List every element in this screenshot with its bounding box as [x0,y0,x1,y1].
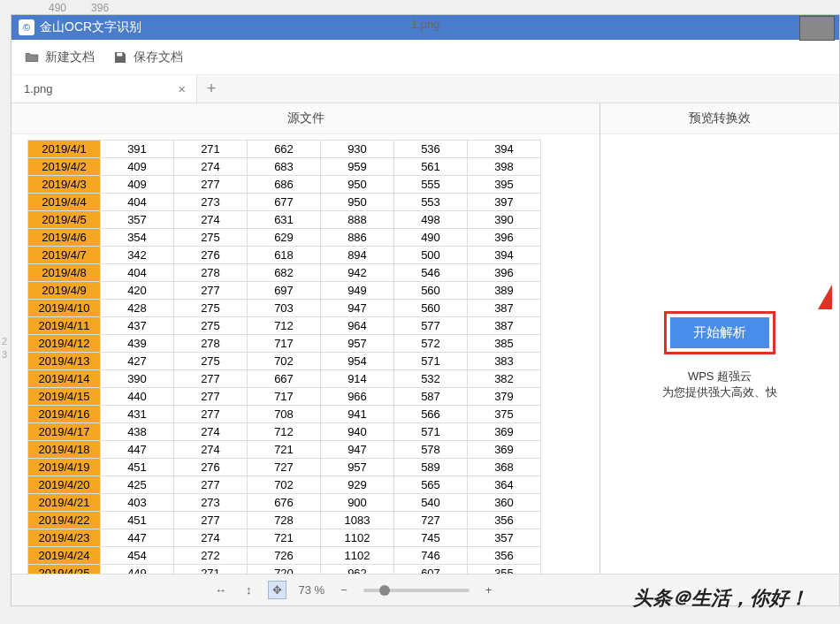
value-cell: 929 [321,476,394,494]
value-cell: 900 [321,494,394,512]
value-cell: 940 [321,423,394,441]
zoom-out-button[interactable]: − [337,582,351,598]
table-row: 2019/4/234472747211102745357 [28,529,541,547]
value-cell: 274 [174,441,248,459]
table-row: 2019/4/14390277667914532382 [28,370,541,388]
table-row: 2019/4/18447274721947578369 [28,441,541,459]
source-body[interactable]: 2019/4/13912716629305363942019/4/2409274… [11,134,599,574]
wps-promo-line1: WPS 超强云 [688,369,752,384]
table-row: 2019/4/8404278682942546396 [28,264,541,282]
date-cell: 2019/4/22 [28,512,101,529]
table-row: 2019/4/4404273677950553397 [28,194,541,211]
value-cell: 702 [248,476,321,494]
value-cell: 1102 [321,529,394,547]
user-avatar[interactable] [799,16,835,41]
value-cell: 369 [468,441,541,459]
table-row: 2019/4/12439278717957572385 [28,335,541,353]
save-doc-label: 保存文档 [134,49,183,65]
value-cell: 451 [101,459,174,476]
value-cell: 404 [101,264,174,282]
close-tab-icon[interactable]: × [178,81,186,96]
zoom-in-button[interactable]: + [482,582,496,598]
value-cell: 277 [174,176,248,194]
tab-1png[interactable]: 1.png × [11,75,197,103]
value-cell: 396 [468,264,541,282]
value-cell: 966 [321,388,394,406]
start-parse-button[interactable]: 开始解析 [670,317,769,348]
date-cell: 2019/4/25 [28,565,101,575]
value-cell: 662 [248,141,321,158]
date-cell: 2019/4/2 [28,158,101,176]
value-cell: 342 [101,247,174,264]
value-cell: 278 [174,335,248,353]
date-cell: 2019/4/18 [28,441,101,459]
table-row: 2019/4/9420277697949560389 [28,282,541,300]
value-cell: 553 [394,194,468,211]
table-row: 2019/4/10428275703947560387 [28,300,541,317]
value-cell: 428 [101,300,174,317]
table-row: 2019/4/3409277686950555395 [28,176,541,194]
value-cell: 702 [248,353,321,370]
preview-header: 预览转换效 [600,103,839,134]
value-cell: 425 [101,476,174,494]
date-cell: 2019/4/20 [28,476,101,494]
value-cell: 356 [468,512,541,529]
value-cell: 356 [468,547,541,565]
value-cell: 957 [321,459,394,476]
value-cell: 398 [468,158,541,176]
value-cell: 950 [321,194,394,211]
value-cell: 275 [174,353,248,370]
table-row: 2019/4/19451276727957589368 [28,459,541,476]
table-row: 2019/4/1391271662930536394 [28,141,541,158]
value-cell: 273 [174,194,248,211]
new-doc-button[interactable]: 新建文档 [24,49,95,65]
source-header: 源文件 [11,103,599,134]
value-cell: 589 [394,459,468,476]
zoom-slider[interactable] [363,589,470,592]
value-cell: 490 [394,229,468,247]
table-row: 2019/4/2409274683959561398 [28,158,541,176]
value-cell: 447 [101,529,174,547]
value-cell: 677 [248,194,321,211]
value-cell: 375 [468,406,541,423]
date-cell: 2019/4/4 [28,194,101,211]
value-cell: 954 [321,353,394,370]
value-cell: 571 [394,353,468,370]
value-cell: 390 [468,211,541,229]
value-cell: 395 [468,176,541,194]
value-cell: 717 [248,388,321,406]
ocr-data-table: 2019/4/13912716629305363942019/4/2409274… [27,140,541,574]
fit-width-icon[interactable]: ↔ [211,582,230,598]
table-row: 2019/4/13427275702954571383 [28,353,541,370]
zoom-thumb[interactable] [379,585,390,596]
value-cell: 941 [321,406,394,423]
move-tool-icon[interactable]: ✥ [268,581,286,599]
date-cell: 2019/4/5 [28,211,101,229]
value-cell: 949 [321,282,394,300]
value-cell: 277 [174,388,248,406]
value-cell: 607 [394,565,468,575]
fit-height-icon[interactable]: ↕ [242,582,256,598]
value-cell: 403 [101,494,174,512]
value-cell: 383 [468,353,541,370]
toolbar: 新建文档 保存文档 [11,40,839,75]
save-doc-button[interactable]: 保存文档 [112,49,183,65]
date-cell: 2019/4/11 [28,317,101,335]
value-cell: 276 [174,247,248,264]
bg-num: 396 [91,2,109,14]
value-cell: 379 [468,388,541,406]
value-cell: 278 [174,264,248,282]
value-cell: 577 [394,317,468,335]
value-cell: 277 [174,282,248,300]
value-cell: 571 [394,423,468,441]
add-tab-button[interactable]: + [197,75,225,103]
table-row: 2019/4/7342276618894500394 [28,247,541,264]
value-cell: 391 [101,141,174,158]
value-cell: 536 [394,141,468,158]
value-cell: 275 [174,300,248,317]
value-cell: 368 [468,459,541,476]
value-cell: 357 [468,529,541,547]
save-icon [112,49,128,65]
value-cell: 355 [468,565,541,575]
value-cell: 578 [394,441,468,459]
